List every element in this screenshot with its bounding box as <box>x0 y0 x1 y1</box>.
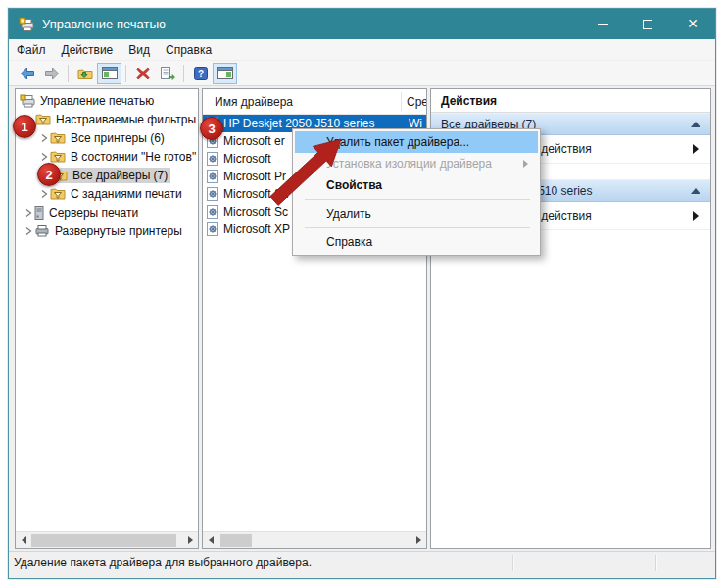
tree-item-print-management[interactable]: Управление печатью <box>17 91 197 110</box>
chevron-right-icon[interactable] <box>38 133 50 143</box>
tree-item-label: Настраиваемые фильтры <box>56 113 196 126</box>
toolbar-separator <box>125 65 126 82</box>
screenshot-stage: Управление печатью × Файл Действие Вид С… <box>0 0 724 588</box>
scroll-left-icon[interactable] <box>203 532 218 549</box>
submenu-arrow-icon <box>693 144 699 154</box>
server-icon <box>34 206 44 220</box>
driver-icon <box>207 170 218 183</box>
forward-arrow-icon <box>44 67 60 80</box>
column-header-driver-name[interactable]: Имя драйвера <box>215 95 293 109</box>
menu-item-label: Справка <box>326 235 372 249</box>
tree-item-label: Серверы печати <box>49 206 138 220</box>
chevron-right-icon[interactable] <box>38 152 50 162</box>
status-text: Удаление пакета драйвера для выбранного … <box>9 556 512 569</box>
window-controls: × <box>580 9 715 39</box>
driver-icon <box>207 205 218 219</box>
tree-item-deployed-printers[interactable]: Развернутые принтеры <box>17 221 197 240</box>
delete-button[interactable] <box>130 63 155 84</box>
tree-item-print-servers[interactable]: Серверы печати <box>17 203 197 221</box>
tree-item-with-jobs[interactable]: С заданиями печати <box>17 184 197 203</box>
scroll-right-icon[interactable] <box>182 532 198 549</box>
menu-file[interactable]: Файл <box>9 39 54 60</box>
help-button[interactable]: ? <box>188 63 213 84</box>
scroll-left-icon[interactable] <box>16 532 31 549</box>
filter-folder-icon <box>50 150 66 163</box>
driver-icon <box>207 152 218 166</box>
action-pane-window-icon <box>217 67 233 79</box>
printer-icon <box>34 224 50 237</box>
export-list-icon <box>160 67 175 80</box>
collapse-icon[interactable] <box>691 188 700 194</box>
filter-folder-icon <box>35 113 51 125</box>
chevron-right-icon[interactable] <box>38 189 50 199</box>
submenu-arrow-icon <box>693 211 699 220</box>
tree-item-label: Все драйверы (7) <box>72 169 168 182</box>
console-tree-pane: Управление печатью Настраиваемые фильтры <box>15 88 199 549</box>
print-management-icon <box>20 94 35 108</box>
statusbar: Удаление пакета драйвера для выбранного … <box>9 551 715 573</box>
menu-help[interactable]: Справка <box>158 39 219 60</box>
tree: Управление печатью Настраиваемые фильтры <box>17 91 197 530</box>
filter-folder-icon <box>50 131 66 144</box>
tree-item-label: Развернутые принтеры <box>55 224 182 238</box>
window-title: Управление печатью <box>42 17 166 31</box>
menubar: Файл Действие Вид Справка <box>9 39 715 61</box>
print-management-app-icon <box>19 17 34 32</box>
column-divider[interactable] <box>401 92 402 111</box>
back-button[interactable] <box>15 63 39 84</box>
chevron-right-icon[interactable] <box>23 208 34 218</box>
menu-item-label: Установка изоляции драйвера <box>326 157 492 171</box>
close-icon: × <box>688 14 699 34</box>
delete-x-icon <box>136 67 150 80</box>
maximize-icon <box>643 20 652 29</box>
toolbar-separator <box>183 65 184 82</box>
show-action-pane-button[interactable] <box>213 63 237 84</box>
menu-item-label: Удалить пакет драйвера... <box>326 135 469 149</box>
close-button[interactable]: × <box>670 9 715 39</box>
collapse-icon[interactable] <box>691 122 700 127</box>
driver-icon <box>207 222 218 236</box>
menu-view[interactable]: Вид <box>121 39 158 60</box>
menu-action[interactable]: Действие <box>54 39 121 60</box>
driver-name: Microsoft XP <box>223 222 290 236</box>
driver-icon <box>207 187 218 201</box>
up-folder-icon <box>77 67 93 80</box>
menu-separator <box>305 227 530 228</box>
help-icon: ? <box>194 67 208 80</box>
annotation-arrow <box>247 127 345 210</box>
actions-pane-title: Действия <box>431 89 710 113</box>
export-list-button[interactable] <box>155 63 179 84</box>
titlebar: Управление печатью × <box>9 9 715 39</box>
list-header: Имя драйвера Сре <box>203 89 426 115</box>
column-header-environment[interactable]: Сре <box>407 95 427 109</box>
menu-item-help[interactable]: Справка <box>295 231 538 253</box>
submenu-arrow-icon <box>523 160 528 168</box>
minimize-button[interactable] <box>580 9 625 39</box>
tree-item-label: Все принтеры (6) <box>71 131 165 145</box>
print-management-window: Управление печатью × Файл Действие Вид С… <box>8 8 716 579</box>
back-arrow-icon <box>20 67 35 80</box>
step-badge-1: 1 <box>13 115 36 138</box>
tree-item-all-printers[interactable]: Все принтеры (6) <box>17 128 197 147</box>
up-one-level-button[interactable] <box>72 63 97 84</box>
toolbar-separator <box>68 65 69 82</box>
forward-button[interactable] <box>39 63 64 84</box>
tree-item-label: Управление печатью <box>40 94 154 108</box>
tree-item-label: С заданиями печати <box>71 187 182 201</box>
scrollbar-thumb[interactable] <box>31 534 176 547</box>
filter-folder-icon <box>50 187 66 200</box>
scrollbar-thumb[interactable] <box>220 534 252 547</box>
chevron-right-icon[interactable] <box>23 226 34 236</box>
list-horizontal-scrollbar[interactable] <box>203 531 426 548</box>
tree-item-custom-filters[interactable]: Настраиваемые фильтры <box>17 110 197 128</box>
tree-item-label: В состоянии "Не готов" <box>71 150 196 164</box>
tree-horizontal-scrollbar[interactable] <box>16 531 198 548</box>
svg-text:?: ? <box>197 68 203 78</box>
console-window-icon <box>102 67 118 79</box>
step-badge-2: 2 <box>37 163 61 186</box>
scroll-right-icon[interactable] <box>410 532 426 549</box>
maximize-button[interactable] <box>625 9 670 39</box>
show-console-tree-button[interactable] <box>97 63 121 84</box>
statusbar-divider <box>655 555 656 571</box>
statusbar-divider <box>512 555 513 571</box>
